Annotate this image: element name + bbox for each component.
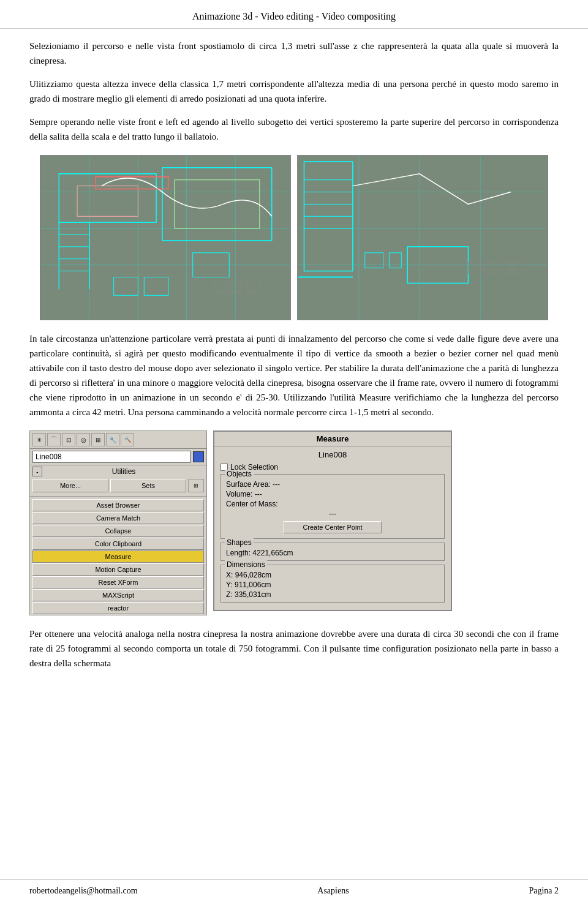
x-dimension: X: 946,028cm <box>226 570 439 580</box>
dimensions-group: Dimensions X: 946,028cm Y: 911,006cm Z: … <box>221 565 445 603</box>
camera-match-button[interactable]: Camera Match <box>32 512 204 524</box>
wrench-icon[interactable]: 🔧 <box>106 433 119 446</box>
hammer-icon[interactable]: 🔨 <box>121 433 134 446</box>
paragraph-2: Ulitizziamo questa altezza invece della … <box>29 77 559 106</box>
objects-group: Objects Surface Area: --- Volume: --- Ce… <box>221 474 445 539</box>
measure-object-name: Line008 <box>221 450 445 459</box>
surface-area-field: Surface Area: --- <box>226 479 439 489</box>
page-footer: robertodeangelis@hotmail.com Asapiens Pa… <box>0 879 588 902</box>
svg-rect-0 <box>41 156 290 320</box>
measure-button[interactable]: Measure <box>32 551 204 563</box>
cad-image-right <box>297 155 548 320</box>
sets-icon[interactable]: ⊞ <box>188 479 204 492</box>
shapes-group-label: Shapes <box>225 538 254 547</box>
paragraph-1: Selezioniamo il percorso e nelle vista f… <box>29 39 559 68</box>
page-title: Animazione 3d - Video editing - Video co… <box>192 11 396 21</box>
length-field: Length: 4221,665cm <box>226 548 439 558</box>
camera-icon[interactable]: ◎ <box>77 433 90 446</box>
box-icon[interactable]: ⊡ <box>62 433 75 446</box>
reset-xform-button[interactable]: Reset XForm <box>32 576 204 588</box>
object-name-input[interactable] <box>32 451 190 463</box>
paragraph-3: Sempre operando nelle viste front e left… <box>29 115 559 144</box>
curve-icon[interactable]: ⌒ <box>47 433 61 446</box>
more-button[interactable]: More... <box>32 479 108 492</box>
cad-image-left <box>40 155 291 320</box>
y-dimension: Y: 911,006cm <box>226 580 439 590</box>
color-clipboard-button[interactable]: Color Clipboard <box>32 538 204 550</box>
volume-field: Volume: --- <box>226 489 439 499</box>
shapes-group: Shapes Length: 4221,665cm <box>221 543 445 561</box>
grid-icon[interactable]: ⊞ <box>91 433 105 446</box>
cad-images-row <box>29 155 559 320</box>
center-of-mass-label: Center of Mass: <box>226 499 439 509</box>
utilities-section-label: Utilities <box>43 467 204 476</box>
more-sets-row: More... Sets ⊞ <box>30 478 206 494</box>
asset-browser-button[interactable]: Asset Browser <box>32 499 204 511</box>
max-utilities-panel: ✳ ⌒ ⊡ ◎ ⊞ 🔧 🔨 - Ut <box>29 430 207 615</box>
center-of-mass-value: --- <box>226 509 439 519</box>
page-header: Animazione 3d - Video editing - Video co… <box>0 0 588 29</box>
max-toolbar: ✳ ⌒ ⊡ ◎ ⊞ 🔧 🔨 <box>30 431 206 449</box>
footer-email: robertodeangelis@hotmail.com <box>29 886 138 896</box>
name-field-row <box>30 449 206 465</box>
maxscript-button[interactable]: MAXScript <box>32 589 204 601</box>
color-picker[interactable] <box>193 451 204 462</box>
create-center-point-button[interactable]: Create Center Point <box>284 521 382 533</box>
measure-dialog-title: Measure <box>214 432 451 446</box>
dimensions-group-label: Dimensions <box>225 560 267 569</box>
content-area: Selezioniamo il percorso e nelle vista f… <box>0 39 588 671</box>
tools-row: ✳ ⌒ ⊡ ◎ ⊞ 🔧 🔨 - Ut <box>29 430 559 615</box>
motion-capture-button[interactable]: Motion Capture <box>32 563 204 576</box>
sets-button[interactable]: Sets <box>110 479 186 492</box>
measure-dialog: Measure Line008 Lock Selection Objects S… <box>213 430 452 611</box>
collapse-utilities-button[interactable]: Collapse <box>32 525 204 537</box>
objects-group-label: Objects <box>225 470 254 478</box>
svg-rect-25 <box>298 156 548 320</box>
footer-page: Pagina 2 <box>529 886 559 896</box>
sun-icon[interactable]: ✳ <box>32 433 46 446</box>
collapse-btn[interactable]: - <box>32 467 42 476</box>
measure-dialog-body: Line008 Lock Selection Objects Surface A… <box>214 446 451 610</box>
paragraph-5: Per ottenere una velocità analoga nella … <box>29 626 559 671</box>
z-dimension: Z: 335,031cm <box>226 590 439 599</box>
reactor-button[interactable]: reactor <box>32 602 204 614</box>
utilities-header: - Utilities <box>30 465 206 478</box>
footer-center: Asapiens <box>317 886 349 896</box>
lock-selection-row: Lock Selection <box>221 463 445 472</box>
paragraph-4: In tale circostanza un'attenzione partic… <box>29 331 559 419</box>
